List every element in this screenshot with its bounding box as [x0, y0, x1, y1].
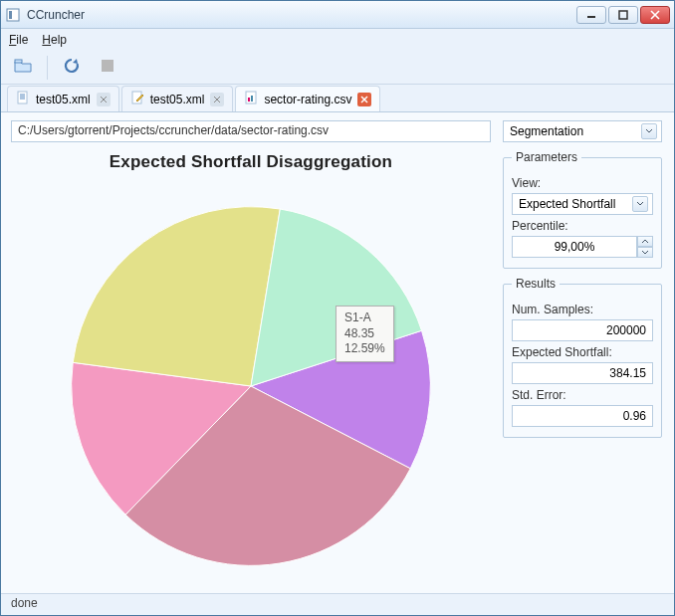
tab-sector-rating[interactable]: sector-rating.csv	[235, 86, 380, 111]
percentile-label: Percentile:	[512, 219, 653, 233]
segmentation-select[interactable]: Segmentation	[503, 120, 662, 142]
view-select[interactable]: Expected Shortfall	[512, 193, 653, 215]
tab-test05-2[interactable]: test05.xml	[121, 86, 234, 111]
spin-down-icon[interactable]	[637, 247, 653, 258]
chart-area: Expected Shortfall Disaggregation S1-A 4…	[11, 148, 491, 589]
tooltip-percent: 12.59%	[344, 341, 385, 357]
tab-close-icon[interactable]	[210, 93, 224, 106]
stop-icon	[100, 58, 115, 77]
status-bar: done	[1, 593, 674, 615]
stop-button[interactable]	[94, 54, 121, 82]
chart-tooltip: S1-A 48.35 12.59%	[336, 306, 394, 362]
chart-document-icon	[244, 91, 258, 107]
tab-label: test05.xml	[150, 93, 205, 106]
tooltip-label: S1-A	[344, 310, 385, 326]
parameters-legend: Parameters	[512, 150, 581, 164]
chart-title: Expected Shortfall Disaggregation	[11, 152, 491, 172]
spin-up-icon[interactable]	[637, 236, 653, 247]
svg-rect-15	[248, 98, 250, 102]
pie-slice[interactable]	[73, 207, 280, 386]
window-title: CCruncher	[27, 8, 85, 22]
results-group: Results Num. Samples: 200000 Expected Sh…	[503, 277, 662, 438]
folder-open-icon	[13, 56, 33, 79]
chevron-down-icon	[632, 196, 648, 212]
file-path-input[interactable]: C:/Users/gtorrent/Projects/ccruncher/dat…	[11, 120, 491, 142]
tooltip-value: 48.35	[344, 326, 385, 342]
tab-label: sector-rating.csv	[264, 93, 351, 106]
chevron-down-icon	[641, 123, 657, 139]
tabbar: test05.xml test05.xml sector-rating.csv	[1, 85, 674, 112]
maximize-button[interactable]	[608, 6, 638, 24]
percentile-value[interactable]: 99,00%	[512, 236, 637, 258]
refresh-icon	[63, 57, 81, 78]
svg-rect-6	[15, 60, 22, 63]
pie-chart[interactable]	[57, 192, 445, 580]
menubar: File Help	[1, 29, 674, 51]
numsamples-value: 200000	[512, 319, 653, 341]
stderr-label: Std. Error:	[512, 388, 653, 402]
tab-close-icon[interactable]	[357, 93, 371, 106]
toolbar	[1, 51, 674, 85]
segmentation-value: Segmentation	[510, 124, 583, 138]
close-button[interactable]	[640, 6, 670, 24]
svg-rect-3	[619, 11, 627, 19]
es-label: Expected Shortfall:	[512, 345, 653, 359]
percentile-stepper[interactable]: 99,00%	[512, 236, 653, 258]
results-legend: Results	[512, 277, 560, 291]
refresh-button[interactable]	[58, 54, 86, 82]
titlebar: CCruncher	[1, 1, 674, 29]
svg-rect-7	[102, 60, 113, 72]
svg-rect-16	[251, 96, 253, 102]
tab-label: test05.xml	[36, 93, 91, 106]
app-icon	[5, 7, 21, 23]
view-label: View:	[512, 176, 653, 190]
menu-file[interactable]: File	[9, 33, 28, 47]
app-window: CCruncher File Help test05.xml test05.xm…	[0, 0, 675, 616]
es-value: 384.15	[512, 362, 653, 384]
tab-close-icon[interactable]	[97, 93, 111, 106]
open-button[interactable]	[9, 54, 37, 82]
menu-help[interactable]: Help	[42, 33, 67, 47]
numsamples-label: Num. Samples:	[512, 303, 653, 316]
minimize-button[interactable]	[576, 6, 606, 24]
tab-test05-1[interactable]: test05.xml	[7, 86, 119, 111]
svg-rect-0	[7, 9, 19, 21]
document-icon	[16, 91, 30, 107]
parameters-group: Parameters View: Expected Shortfall Perc…	[503, 150, 662, 269]
edit-document-icon	[130, 91, 144, 107]
svg-rect-8	[18, 92, 27, 103]
svg-rect-1	[9, 11, 12, 19]
stderr-value: 0.96	[512, 405, 653, 427]
view-value: Expected Shortfall	[519, 197, 615, 211]
